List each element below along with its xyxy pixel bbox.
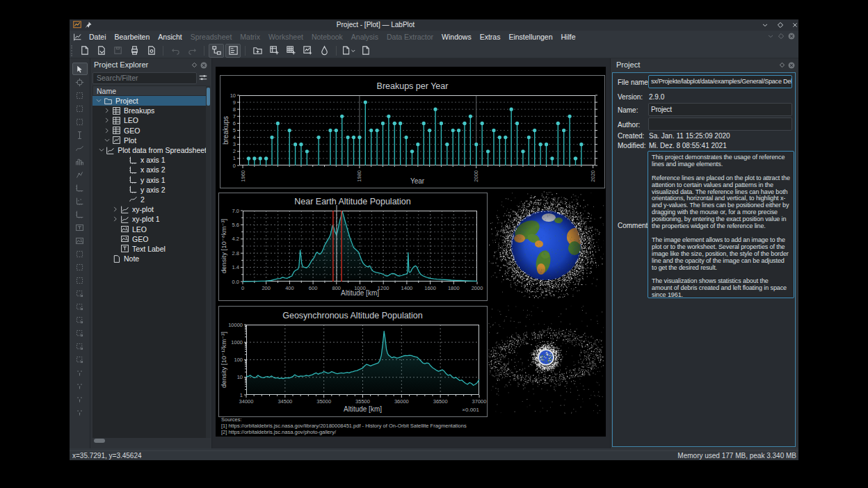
add-boxplot-button[interactable] xyxy=(72,168,88,181)
expander-open-icon[interactable] xyxy=(104,137,111,144)
add-text-label-button[interactable] xyxy=(72,221,88,234)
plot-geosynchronous-altitude[interactable]: Geosynchronous Altitude Population110100… xyxy=(218,306,488,417)
tree-item-x-axis-1[interactable]: x axis 1 xyxy=(93,155,207,165)
save-project-button[interactable] xyxy=(110,44,125,58)
add-histogram-button[interactable] xyxy=(72,155,88,168)
new-folder-button[interactable] xyxy=(250,44,265,58)
tree-horizontal-scrollbar[interactable] xyxy=(93,438,207,444)
menu-hilfe[interactable]: Hilfe xyxy=(556,33,579,41)
float-dock-icon[interactable] xyxy=(191,61,198,70)
align-v-button[interactable] xyxy=(72,406,88,418)
tree-item-leo[interactable]: LEO xyxy=(93,224,207,234)
tree-item-breakups[interactable]: Breakups xyxy=(93,106,207,115)
add-axis-2-button[interactable] xyxy=(72,195,88,207)
tree-item-leo[interactable]: LEO xyxy=(93,115,207,125)
menu-windows[interactable]: Windows xyxy=(437,33,476,41)
expander-closed-icon[interactable] xyxy=(104,117,111,124)
scale-auto-x-button[interactable] xyxy=(72,300,88,313)
new-note-button[interactable] xyxy=(357,44,373,58)
toggle-project-explorer-button[interactable] xyxy=(209,44,224,58)
navigate-cursor-button[interactable] xyxy=(72,63,88,75)
shift-up-y-button[interactable] xyxy=(72,366,88,379)
tree-item-xy-plot[interactable]: xy-plot xyxy=(93,204,207,214)
tree-item-project[interactable]: Project xyxy=(93,96,207,106)
toggle-properties-explorer-button[interactable] xyxy=(225,44,241,58)
menu-analysis[interactable]: Analysis xyxy=(347,33,383,41)
expander-open-icon[interactable] xyxy=(98,147,105,154)
project-explorer-header[interactable]: Project Explorer xyxy=(90,58,211,72)
new-plot-button[interactable] xyxy=(341,44,356,58)
name-input[interactable]: Project xyxy=(648,103,792,116)
zoom-in-box-button[interactable] xyxy=(72,247,88,260)
maximize-button[interactable] xyxy=(776,21,785,31)
tree-item-y-axis-1[interactable]: y axis 1 xyxy=(93,175,207,185)
cursor-tool-button[interactable] xyxy=(72,129,88,141)
comment-textarea[interactable]: This project demonstrates the usage of r… xyxy=(648,151,794,298)
close-button[interactable] xyxy=(791,21,799,31)
menu-notebook[interactable]: Notebook xyxy=(307,33,347,41)
zoom-in-x-button[interactable] xyxy=(72,314,88,326)
titlebar[interactable]: Project - [Plot] — LabPlot xyxy=(70,19,798,31)
print-button[interactable] xyxy=(127,44,142,58)
mdi-minimize-icon[interactable] xyxy=(766,32,775,42)
plot-breakups-per-year[interactable]: Breakups per Year12345678910019601980200… xyxy=(220,75,605,188)
color-theme-button[interactable] xyxy=(316,44,332,58)
tree-item-geo[interactable]: GEO xyxy=(93,234,207,244)
tree-item-note[interactable]: Note xyxy=(93,254,207,263)
new-worksheet-button[interactable] xyxy=(300,44,315,58)
close-dock-icon[interactable] xyxy=(200,61,208,71)
labplot-menu-icon[interactable] xyxy=(73,33,82,42)
undo-button[interactable] xyxy=(168,44,183,58)
zoom-out-box-button[interactable] xyxy=(72,261,88,273)
align-h-button[interactable] xyxy=(72,393,88,405)
tree-item-2[interactable]: 2 xyxy=(93,195,207,204)
scale-auto-button[interactable] xyxy=(72,287,88,300)
menu-spreadsheet[interactable]: Spreadsheet xyxy=(186,33,236,41)
expander-closed-icon[interactable] xyxy=(104,107,111,114)
expander-closed-icon[interactable] xyxy=(112,206,120,213)
add-curve-button[interactable] xyxy=(72,142,88,154)
expander-closed-icon[interactable] xyxy=(112,215,120,222)
menu-ansicht[interactable]: Ansicht xyxy=(154,33,186,41)
print-preview-button[interactable] xyxy=(143,44,159,58)
zoom-in-y-button[interactable] xyxy=(72,327,88,339)
menu-matrix[interactable]: Matrix xyxy=(236,33,264,41)
pin-icon[interactable] xyxy=(84,21,93,31)
tree-item-plot[interactable]: Plot xyxy=(93,136,207,145)
geo-debris-image[interactable] xyxy=(488,305,604,414)
menu-worksheet[interactable]: Worksheet xyxy=(264,33,307,41)
add-image-button[interactable] xyxy=(72,234,88,247)
close-dock-icon[interactable] xyxy=(787,61,796,71)
tree-column-header[interactable]: Name xyxy=(93,86,209,96)
select-region-button[interactable] xyxy=(72,89,88,101)
tree-item-plot-data-from-spreadsheet[interactable]: Plot data from Spreadsheet xyxy=(93,145,207,155)
zoom-fit-box-button[interactable] xyxy=(72,274,88,286)
search-input[interactable]: Search/Filter xyxy=(93,72,197,84)
tree-item-y-axis-2[interactable]: y axis 2 xyxy=(93,185,207,195)
add-axis-1-button[interactable] xyxy=(72,181,88,194)
plot-near-earth-altitude[interactable]: Near Earth Altitude Population0.01.42.84… xyxy=(218,193,488,301)
menu-datei[interactable]: Datei xyxy=(85,33,111,41)
leo-debris-image[interactable] xyxy=(488,191,604,298)
filter-options-icon[interactable] xyxy=(198,73,208,84)
shift-right-x-button[interactable] xyxy=(72,353,88,366)
expander-closed-icon[interactable] xyxy=(104,127,111,134)
menu-einstellungen[interactable]: Einstellungen xyxy=(504,33,556,41)
shift-down-y-button[interactable] xyxy=(72,380,88,392)
zoom-select-button[interactable] xyxy=(72,76,88,88)
file-name-input[interactable]: sx/Projekte/labplot/data/examples/Genera… xyxy=(648,75,792,88)
new-matrix-button[interactable] xyxy=(283,44,298,58)
menu-extras[interactable]: Extras xyxy=(476,33,505,41)
redo-button[interactable] xyxy=(184,44,200,58)
zoom-y-select-button[interactable] xyxy=(72,115,88,128)
shift-left-x-button[interactable] xyxy=(72,340,88,352)
open-project-button[interactable] xyxy=(93,44,108,58)
tree-item-text-label[interactable]: Text Label xyxy=(93,244,207,254)
menu-data-extractor[interactable]: Data Extractor xyxy=(383,33,437,41)
author-input[interactable] xyxy=(648,117,792,131)
mdi-restore-icon[interactable] xyxy=(777,32,785,42)
expander-open-icon[interactable] xyxy=(95,97,103,104)
tree-item-xy-plot-1[interactable]: xy-plot 1 xyxy=(93,214,207,224)
menu-bearbeiten[interactable]: Bearbeiten xyxy=(111,33,154,41)
minimize-button[interactable] xyxy=(761,21,769,31)
